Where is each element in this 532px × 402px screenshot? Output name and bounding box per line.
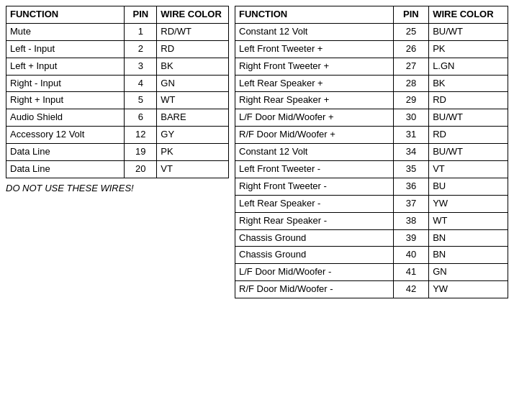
right-cell-wire-color: YW — [429, 195, 508, 212]
right-cell-pin: 40 — [393, 247, 428, 264]
right-table-row: R/F Door Mid/Woofer -42YW — [235, 281, 508, 298]
right-table-row: Right Front Tweeter +27L.GN — [235, 58, 508, 75]
right-table-row: L/F Door Mid/Woofer +30BU/WT — [235, 109, 508, 127]
left-cell-pin: 19 — [125, 144, 157, 161]
left-header-wire-color: WIRE COLOR — [157, 6, 229, 24]
left-table-row: Audio Shield6BARE — [6, 109, 229, 127]
right-cell-wire-color: BN — [429, 247, 508, 264]
right-cell-wire-color: VT — [429, 161, 508, 178]
right-table-row: Left Rear Speaker +28BK — [235, 75, 508, 92]
left-cell-pin: 12 — [125, 127, 157, 144]
left-cell-wire-color: GY — [157, 127, 229, 144]
right-cell-function: R/F Door Mid/Woofer + — [235, 127, 394, 144]
left-cell-wire-color: VT — [157, 161, 229, 178]
left-table-row: Mute1RD/WT — [6, 23, 229, 40]
right-cell-pin: 38 — [393, 212, 428, 229]
left-table-row: Left - Input2RD — [6, 40, 229, 58]
right-cell-function: L/F Door Mid/Woofer - — [235, 264, 394, 281]
left-cell-pin: 3 — [125, 58, 157, 75]
right-table-row: Chassis Ground39BN — [235, 229, 508, 247]
left-cell-pin: 4 — [125, 75, 157, 92]
tables-wrapper: FUNCTION PIN WIRE COLOR Mute1RD/WTLeft -… — [6, 6, 526, 298]
right-cell-pin: 34 — [393, 144, 428, 161]
right-cell-function: R/F Door Mid/Woofer - — [235, 281, 394, 298]
right-cell-wire-color: BU — [429, 178, 508, 195]
left-header-pin: PIN — [125, 6, 157, 24]
right-cell-pin: 36 — [393, 178, 428, 195]
left-cell-wire-color: RD/WT — [157, 23, 229, 40]
right-cell-function: Constant 12 Volt — [235, 23, 394, 40]
right-cell-pin: 42 — [393, 281, 428, 298]
right-cell-pin: 35 — [393, 161, 428, 178]
right-table-row: Left Rear Speaker -37YW — [235, 195, 508, 212]
right-cell-function: Chassis Ground — [235, 229, 394, 247]
right-cell-function: Left Rear Speaker + — [235, 75, 394, 92]
left-cell-wire-color: RD — [157, 40, 229, 58]
right-cell-wire-color: RD — [429, 127, 508, 144]
right-cell-function: Right Rear Speaker - — [235, 212, 394, 229]
right-cell-pin: 39 — [393, 229, 428, 247]
right-cell-function: L/F Door Mid/Woofer + — [235, 109, 394, 127]
left-cell-wire-color: PK — [157, 144, 229, 161]
right-table-row: Left Front Tweeter -35VT — [235, 161, 508, 178]
left-cell-wire-color: GN — [157, 75, 229, 92]
right-cell-wire-color: RD — [429, 92, 508, 109]
right-cell-pin: 29 — [393, 92, 428, 109]
left-table-row: Left + Input3BK — [6, 58, 229, 75]
right-cell-function: Left Rear Speaker - — [235, 195, 394, 212]
left-cell-function: Accessory 12 Volt — [6, 127, 125, 144]
right-header-wire-color: WIRE COLOR — [429, 6, 508, 24]
right-cell-wire-color: BU/WT — [429, 23, 508, 40]
left-table: FUNCTION PIN WIRE COLOR Mute1RD/WTLeft -… — [6, 6, 229, 178]
left-cell-wire-color: WT — [157, 92, 229, 109]
left-table-row: Data Line20VT — [6, 161, 229, 178]
right-cell-function: Right Front Tweeter + — [235, 58, 394, 75]
left-cell-function: Right - Input — [6, 75, 125, 92]
right-section: FUNCTION PIN WIRE COLOR Constant 12 Volt… — [235, 6, 508, 298]
right-header-function: FUNCTION — [235, 6, 394, 24]
right-cell-function: Right Rear Speaker + — [235, 92, 394, 109]
right-cell-function: Chassis Ground — [235, 247, 394, 264]
right-table-row: Left Front Tweeter +26PK — [235, 40, 508, 58]
left-cell-pin: 5 — [125, 92, 157, 109]
left-section: FUNCTION PIN WIRE COLOR Mute1RD/WTLeft -… — [6, 6, 229, 193]
right-table-row: Chassis Ground40BN — [235, 247, 508, 264]
right-cell-pin: 28 — [393, 75, 428, 92]
right-cell-wire-color: GN — [429, 264, 508, 281]
right-cell-pin: 27 — [393, 58, 428, 75]
left-table-row: Right - Input4GN — [6, 75, 229, 92]
left-cell-function: Data Line — [6, 144, 125, 161]
right-cell-pin: 31 — [393, 127, 428, 144]
left-cell-function: Left - Input — [6, 40, 125, 58]
right-header-pin: PIN — [393, 6, 428, 24]
left-cell-wire-color: BK — [157, 58, 229, 75]
right-cell-wire-color: BN — [429, 229, 508, 247]
left-cell-function: Mute — [6, 23, 125, 40]
left-cell-function: Right + Input — [6, 92, 125, 109]
right-table-row: Right Rear Speaker +29RD — [235, 92, 508, 109]
left-table-row: Data Line19PK — [6, 144, 229, 161]
left-header-function: FUNCTION — [6, 6, 125, 24]
right-cell-wire-color: BU/WT — [429, 109, 508, 127]
right-cell-pin: 37 — [393, 195, 428, 212]
right-cell-function: Left Front Tweeter - — [235, 161, 394, 178]
right-table-row: Right Rear Speaker -38WT — [235, 212, 508, 229]
right-cell-wire-color: PK — [429, 40, 508, 58]
right-cell-wire-color: BU/WT — [429, 144, 508, 161]
right-cell-pin: 26 — [393, 40, 428, 58]
left-cell-function: Audio Shield — [6, 109, 125, 127]
left-table-row: Accessory 12 Volt12GY — [6, 127, 229, 144]
right-table-row: Right Front Tweeter -36BU — [235, 178, 508, 195]
right-table-row: Constant 12 Volt25BU/WT — [235, 23, 508, 40]
right-cell-wire-color: YW — [429, 281, 508, 298]
right-table: FUNCTION PIN WIRE COLOR Constant 12 Volt… — [235, 6, 508, 298]
right-cell-wire-color: BK — [429, 75, 508, 92]
left-cell-pin: 2 — [125, 40, 157, 58]
left-cell-pin: 20 — [125, 161, 157, 178]
right-cell-function: Constant 12 Volt — [235, 144, 394, 161]
right-cell-function: Right Front Tweeter - — [235, 178, 394, 195]
right-cell-wire-color: WT — [429, 212, 508, 229]
right-table-row: R/F Door Mid/Woofer +31RD — [235, 127, 508, 144]
left-cell-function: Data Line — [6, 161, 125, 178]
do-not-use-notice: DO NOT USE THESE WIRES! — [6, 183, 229, 193]
